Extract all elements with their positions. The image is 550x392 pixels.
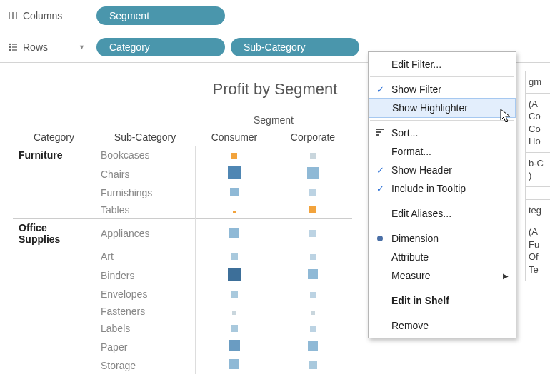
rows-pill-1[interactable]: Sub-Category xyxy=(231,38,359,56)
category-cell[interactable] xyxy=(13,164,95,184)
mark-cell[interactable] xyxy=(195,164,274,184)
mark-cell[interactable] xyxy=(195,146,274,164)
table-row: Fasteners xyxy=(13,303,352,320)
menu-item-show-header[interactable]: ✓Show Header xyxy=(369,161,516,179)
mark-cell[interactable] xyxy=(274,337,352,356)
menu-item-label: Sort... xyxy=(391,127,509,139)
subcategory-cell[interactable]: Bookcases xyxy=(95,146,195,164)
mark-square xyxy=(229,340,240,351)
mark-cell[interactable] xyxy=(195,219,274,248)
menu-item-edit-in-shelf[interactable]: Edit in Shelf xyxy=(369,291,516,310)
submenu-arrow-icon: ▶ xyxy=(503,272,509,280)
mark-cell[interactable] xyxy=(274,184,352,201)
mark-cell[interactable] xyxy=(274,286,352,303)
mark-cell[interactable] xyxy=(195,248,274,265)
category-cell[interactable]: Furniture xyxy=(13,146,95,164)
svg-rect-9 xyxy=(376,129,384,130)
mark-cell[interactable] xyxy=(195,286,274,303)
mark-cell[interactable] xyxy=(274,303,352,320)
column-header[interactable]: Corporate xyxy=(274,129,352,146)
table-row: Storage xyxy=(13,356,352,374)
mark-square xyxy=(229,228,239,238)
mark-cell[interactable] xyxy=(274,146,352,164)
dimension-icon xyxy=(373,233,387,244)
rows-pill-0[interactable]: Category xyxy=(96,38,225,56)
subcategory-cell[interactable]: Paper xyxy=(95,337,195,356)
subcategory-cell[interactable]: Furnishings xyxy=(95,184,195,201)
mark-cell[interactable] xyxy=(195,201,274,219)
menu-item-measure[interactable]: Measure▶ xyxy=(369,266,516,285)
columns-pill-0[interactable]: Segment xyxy=(96,6,225,25)
menu-item-include-in-tooltip[interactable]: ✓Include in Tooltip xyxy=(369,179,516,198)
columns-pills: Segment xyxy=(96,6,225,25)
menu-item-attribute[interactable]: Attribute xyxy=(369,248,516,266)
mark-cell[interactable] xyxy=(274,219,352,248)
menu-item-label: Include in Tooltip xyxy=(391,183,509,194)
category-cell[interactable] xyxy=(13,337,95,356)
column-header[interactable]: Category xyxy=(13,129,95,146)
column-header[interactable]: Sub-Category xyxy=(95,129,195,146)
column-header[interactable]: Consumer xyxy=(195,129,274,146)
svg-rect-10 xyxy=(376,131,381,133)
category-cell[interactable] xyxy=(13,286,95,303)
mark-square xyxy=(309,230,316,237)
subcategory-cell[interactable]: Chairs xyxy=(95,164,195,184)
svg-point-3 xyxy=(9,43,11,44)
mark-cell[interactable] xyxy=(274,248,352,265)
columns-shelf[interactable]: Columns Segment xyxy=(0,0,550,31)
subcategory-cell[interactable]: Appliances xyxy=(95,219,195,248)
mark-cell[interactable] xyxy=(195,184,274,201)
category-cell[interactable] xyxy=(13,201,95,219)
subcategory-cell[interactable]: Tables xyxy=(95,201,195,219)
mark-cell[interactable] xyxy=(274,320,352,337)
rows-label-text: Rows xyxy=(23,41,48,53)
subcategory-cell[interactable]: Fasteners xyxy=(95,303,195,320)
mark-cell[interactable] xyxy=(195,356,274,374)
table-row: Envelopes xyxy=(13,286,352,303)
svg-rect-11 xyxy=(376,134,379,136)
columns-label-text: Columns xyxy=(23,10,62,21)
pill-context-menu[interactable]: Edit Filter...✓Show FilterShow Highlight… xyxy=(368,51,516,338)
category-cell[interactable] xyxy=(13,356,95,374)
menu-item-dimension[interactable]: Dimension xyxy=(369,229,516,248)
menu-item-remove[interactable]: Remove xyxy=(369,316,516,335)
crosstab: Segment CategorySub-CategoryConsumerCorp… xyxy=(13,111,352,374)
mark-cell[interactable] xyxy=(274,164,352,184)
subcategory-cell[interactable]: Storage xyxy=(95,356,195,374)
mark-cell[interactable] xyxy=(274,201,352,219)
menu-item-label: Format... xyxy=(391,146,509,157)
mark-square xyxy=(231,253,238,260)
category-cell[interactable] xyxy=(13,248,95,265)
table-row: Tables xyxy=(13,201,352,219)
menu-item-show-highlighter[interactable]: Show Highlighter xyxy=(369,98,516,118)
menu-item-edit-aliases[interactable]: Edit Aliases... xyxy=(369,204,516,223)
chevron-down-icon[interactable]: ▼ xyxy=(79,44,85,51)
category-cell[interactable] xyxy=(13,265,95,286)
subcategory-cell[interactable]: Art xyxy=(95,248,195,265)
menu-item-label: Edit in Shelf xyxy=(391,295,509,306)
mark-square xyxy=(310,326,316,332)
table-row: OfficeSuppliesAppliances xyxy=(13,219,352,248)
mark-cell[interactable] xyxy=(195,303,274,320)
subcategory-cell[interactable]: Labels xyxy=(95,320,195,337)
menu-item-sort[interactable]: Sort... xyxy=(369,124,516,142)
mark-cell[interactable] xyxy=(195,337,274,356)
svg-point-12 xyxy=(377,236,383,241)
subcategory-cell[interactable]: Binders xyxy=(95,265,195,286)
mark-cell[interactable] xyxy=(274,265,352,286)
subcategory-cell[interactable]: Envelopes xyxy=(95,286,195,303)
category-cell[interactable] xyxy=(13,320,95,337)
menu-item-show-filter[interactable]: ✓Show Filter xyxy=(369,80,516,99)
menu-item-edit-filter[interactable]: Edit Filter... xyxy=(369,55,516,74)
category-cell[interactable] xyxy=(13,303,95,320)
category-cell[interactable]: OfficeSupplies xyxy=(13,219,95,248)
mark-cell[interactable] xyxy=(195,265,274,286)
mark-square xyxy=(308,269,318,279)
mark-cell[interactable] xyxy=(274,356,352,374)
category-cell[interactable] xyxy=(13,184,95,201)
rows-icon xyxy=(7,41,19,53)
mark-cell[interactable] xyxy=(195,320,274,337)
menu-item-format[interactable]: Format... xyxy=(369,142,516,161)
mark-square xyxy=(307,167,319,179)
table-row: FurnitureBookcases xyxy=(13,146,352,164)
